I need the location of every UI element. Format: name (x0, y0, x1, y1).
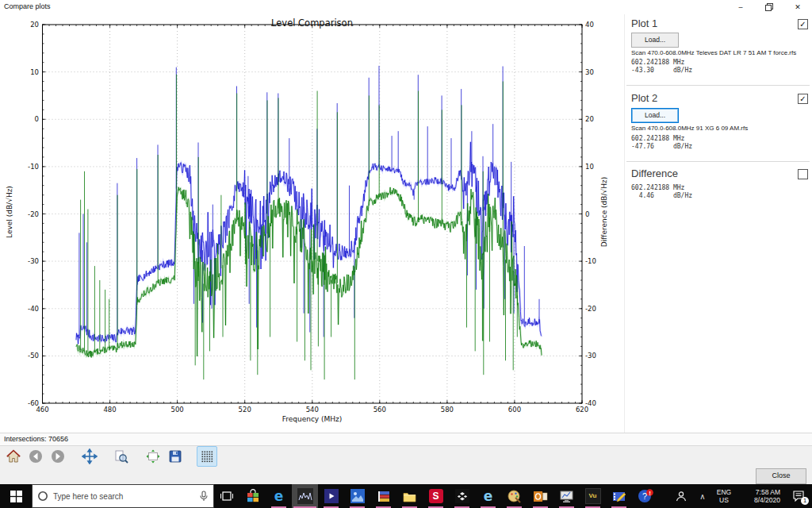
difference-checkbox[interactable] (798, 169, 808, 179)
plot1-level-readout: -43.30 dB/Hz (631, 67, 692, 75)
windows-logo-icon (10, 491, 22, 502)
plot1-checkbox[interactable]: ✓ (798, 19, 808, 29)
svg-text:!: ! (649, 490, 651, 497)
plot-toolbar (0, 446, 812, 467)
y-tick-label-left: 0 (0, 115, 39, 123)
plot2-freq-readout: 602.242188 MHz (631, 135, 684, 143)
chevron-up-icon: ∧ (699, 492, 705, 501)
language-indicator[interactable]: ENG US (712, 484, 736, 508)
intersections-status: Intersections: 70656 (4, 435, 68, 443)
plot1-title: Plot 1 (631, 17, 657, 29)
y-tick-label-right: 40 (585, 21, 609, 29)
taskbar-icon-outlook[interactable] (527, 484, 553, 508)
taskbar-icon-movies-tv[interactable] (318, 484, 344, 508)
x-tick-label: 540 (301, 406, 324, 414)
people-button[interactable] (669, 484, 693, 508)
y-tick-label-left: -10 (0, 163, 39, 171)
microphone-icon[interactable] (199, 491, 209, 502)
tray-date: 8/4/2020 (754, 496, 780, 504)
plot1-load-button[interactable]: Load... (631, 33, 679, 48)
toolbar-pan-button[interactable] (79, 446, 100, 467)
plot-canvas[interactable] (0, 14, 623, 433)
status-bar: Intersections: 70656 (0, 433, 812, 446)
taskbar-icon-file-explorer[interactable] (396, 484, 423, 508)
toolbar-configure-subplots-button[interactable] (143, 446, 163, 467)
taskbar-icon-photos[interactable] (344, 484, 370, 508)
restore-button[interactable] (755, 0, 783, 14)
bottom-strip: Intersections: 70656 Close (0, 433, 812, 484)
show-hidden-icons-button[interactable]: ∧ (693, 484, 712, 508)
y-tick-label-left: -40 (0, 305, 39, 313)
taskbar-icon-edge[interactable]: e (266, 484, 292, 508)
panel-separator (626, 161, 810, 162)
notification-badge: 1 (801, 497, 809, 505)
toolbar-grid-table-button[interactable] (197, 446, 217, 467)
taskbar-icon-spectrum-app[interactable] (292, 484, 318, 508)
minimize-button[interactable]: – (726, 0, 755, 14)
taskbar-search-input[interactable]: Type here to search (32, 484, 214, 508)
x-tick-label: 600 (503, 406, 527, 414)
search-placeholder: Type here to search (53, 492, 194, 501)
taskbar-icon-paint[interactable] (501, 484, 527, 508)
side-panel: Plot 1 ✓ Load... Scan 470.0-608.0MHz Tel… (624, 14, 812, 433)
plot1-freq-readout: 602.242188 MHz (631, 59, 684, 67)
x-tick-label: 560 (368, 406, 392, 414)
taskbar-icon-video-app[interactable]: Vu (580, 484, 606, 508)
window-title: Compare plots (4, 2, 51, 10)
clock[interactable]: 7:58 AM 8/4/2020 (736, 484, 785, 508)
plot2-level-readout: -47.76 dB/Hz (631, 143, 692, 151)
plot1-filename: Scan 470.0-608.0MHz Televes DAT LR 7 51 … (631, 49, 810, 56)
plot2-filename: Scan 470.0-608.0MHz 91 XG 6 09 AM.rfs (631, 125, 810, 132)
language-code: ENG (717, 488, 731, 496)
taskbar: Type here to search eSeVu?! ∧ ENG US 7:5… (0, 484, 812, 508)
y-tick-label-right: -20 (585, 305, 609, 313)
y-tick-label-left: -60 (0, 399, 39, 407)
system-tray: ∧ ENG US 7:58 AM 8/4/2020 1 (669, 484, 812, 508)
plot2-title: Plot 2 (631, 92, 657, 104)
y-tick-label-right: -10 (585, 257, 609, 265)
x-tick-label: 480 (98, 406, 122, 414)
y-tick-label-right: 30 (585, 68, 609, 76)
close-button[interactable]: Close (756, 468, 806, 484)
taskbar-icon-s-app[interactable]: S (423, 484, 449, 508)
taskbar-icon-movie-editor[interactable] (606, 484, 632, 508)
difference-level-readout: 4.46 dB/Hz (631, 192, 692, 200)
x-tick-label: 580 (435, 406, 459, 414)
y-tick-label-left: -30 (0, 257, 39, 265)
y-tick-label-left: -20 (0, 210, 39, 218)
close-row: Close (0, 467, 812, 484)
toolbar-save-figure-button[interactable] (165, 446, 186, 467)
taskbar-icon-help[interactable]: ?! (632, 484, 658, 508)
y-tick-label-right: -40 (585, 399, 609, 407)
taskbar-icon-winrar[interactable] (370, 484, 396, 508)
difference-freq-readout: 602.242188 MHz (631, 184, 684, 192)
y-tick-label-left: 10 (0, 68, 39, 76)
plot2-checkbox[interactable]: ✓ (798, 94, 808, 104)
panel-separator (626, 85, 810, 86)
y-tick-label-right: 10 (585, 163, 609, 171)
toolbar-back-button[interactable] (25, 446, 46, 467)
app-window: Compare plots – ✕ Level Comparison Frequ… (0, 0, 812, 484)
y-tick-label-right: 20 (585, 115, 609, 123)
toolbar-zoom-rect-button[interactable] (111, 446, 132, 467)
title-bar: Compare plots – ✕ (0, 0, 812, 14)
y-tick-label-left: 20 (0, 21, 39, 29)
taskbar-icon-chart-app[interactable] (553, 484, 580, 508)
taskbar-icon-dropbox[interactable] (449, 484, 475, 508)
toolbar-home-button[interactable] (3, 446, 24, 467)
task-view-icon (220, 490, 233, 502)
plot2-load-button[interactable]: Load... (631, 108, 679, 123)
toolbar-forward-button[interactable] (48, 446, 68, 467)
toolbar-spacer (102, 446, 109, 467)
taskbar-app-icons: eSeVu?! (239, 484, 658, 508)
action-center-button[interactable]: 1 (785, 484, 812, 508)
start-button[interactable] (0, 484, 32, 508)
close-window-button[interactable]: ✕ (783, 0, 812, 14)
task-view-button[interactable] (214, 484, 239, 508)
taskbar-icon-internet-explorer[interactable]: e (475, 484, 501, 508)
chart-figure: Level Comparison Frequency (MHz) Level (… (0, 14, 623, 433)
x-axis-label: Frequency (MHz) (42, 415, 582, 423)
taskbar-icon-store[interactable] (239, 484, 266, 508)
cortana-icon (37, 491, 48, 502)
x-tick-label: 520 (233, 406, 257, 414)
